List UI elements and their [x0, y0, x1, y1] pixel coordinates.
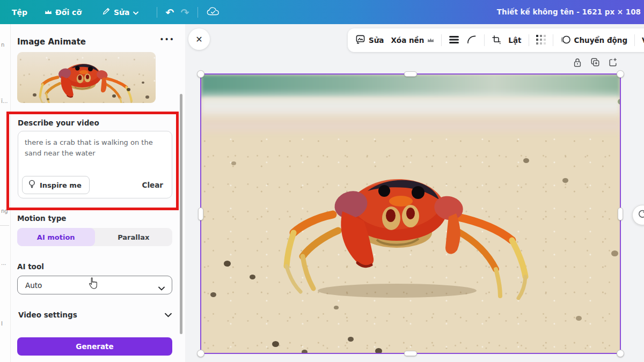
dots-menu-icon: ••• — [159, 35, 174, 43]
resize-handle-top-right[interactable] — [617, 70, 624, 78]
cloud-sync-button[interactable] — [207, 6, 219, 18]
toolbar-divider — [634, 34, 635, 46]
rail-item-fragment[interactable]: n — [1, 42, 4, 48]
debris-specks — [17, 52, 20, 54]
image-preview-thumbnail — [17, 52, 156, 103]
undo-icon: ↶ — [166, 6, 174, 18]
resize-handle-right[interactable] — [618, 208, 623, 220]
toolbar-divider — [441, 34, 442, 46]
edit-image-button[interactable]: Sửa — [355, 34, 384, 46]
edit-image-label: Sửa — [369, 36, 384, 45]
wet-sand — [201, 115, 620, 136]
transparency-checker-icon — [536, 35, 546, 46]
rail-item-fragment[interactable]: ng — [1, 208, 8, 214]
close-icon: ✕ — [195, 34, 202, 45]
position-label: Vị trí — [642, 36, 644, 45]
toolbar-divider — [529, 34, 529, 46]
panel-scrollbar[interactable] — [180, 94, 182, 334]
adjust-lines-icon — [449, 35, 459, 46]
motion-type-segmented-control: AI motion Parallax — [17, 228, 172, 246]
beach-photo — [201, 75, 620, 353]
prompt-textarea[interactable]: there is a crab that is walking on the s… — [25, 137, 165, 159]
toolbar-divider — [157, 7, 157, 18]
resize-handle-top-left[interactable] — [197, 70, 204, 78]
motion-type-label: Motion type — [17, 214, 66, 223]
curve-button[interactable] — [466, 35, 477, 46]
redo-icon: ↷ — [180, 6, 189, 18]
rail-item-fragment[interactable]: ... — [1, 260, 6, 266]
close-panel-button[interactable]: ✕ — [188, 28, 210, 50]
canvas-page-image[interactable] — [200, 73, 621, 354]
video-settings-toggle[interactable]: Video settings — [18, 309, 172, 320]
add-page-button[interactable] — [608, 57, 618, 70]
toolbar-divider — [484, 34, 485, 46]
edit-image-icon — [355, 34, 365, 46]
rail-divider — [0, 225, 9, 226]
resize-handle-bottom-left[interactable] — [197, 350, 204, 357]
describe-video-label: Describe your video — [18, 119, 99, 127]
pencil-icon — [102, 7, 111, 17]
panel-title: Image Animate — [17, 37, 86, 47]
more-options-button[interactable]: ••• — [159, 35, 174, 43]
tab-parallax[interactable]: Parallax — [95, 228, 173, 246]
side-rail: n ĩ... ng ... I — [0, 24, 11, 362]
generate-button[interactable]: Generate — [17, 337, 172, 356]
lightbulb-icon — [28, 180, 36, 190]
edit-menu-button[interactable]: Sửa — [102, 7, 138, 17]
lock-button[interactable] — [573, 57, 582, 70]
resize-handle-bottom-right[interactable] — [617, 350, 624, 357]
chevron-down-icon — [133, 8, 138, 17]
flip-label: Lật — [508, 36, 521, 45]
toolbar-divider — [197, 7, 198, 18]
transparency-button[interactable] — [536, 35, 546, 46]
animate-button[interactable]: Chuyển động — [560, 34, 628, 47]
image-context-toolbar: Sửa Xóa nền Lật — [348, 28, 644, 52]
canva-app: Tệp Đổi cỡ Sửa ↶ ↷ Thiết kế không tên - … — [0, 0, 644, 362]
inspire-me-button[interactable]: Inspire me — [22, 176, 90, 194]
ai-tool-selected-value: Auto — [25, 281, 42, 290]
file-menu-button[interactable]: Tệp — [12, 8, 27, 17]
tab-ai-motion[interactable]: AI motion — [17, 228, 95, 246]
rail-item-fragment[interactable]: I — [1, 321, 3, 327]
canvas-workspace: ✕ Sửa Xóa nền Lật — [185, 24, 644, 362]
crab-illustration — [269, 151, 543, 307]
inspire-me-label: Inspire me — [40, 181, 82, 189]
crop-button[interactable] — [492, 35, 501, 46]
chevron-down-icon — [165, 309, 172, 320]
top-bar: Tệp Đổi cỡ Sửa ↶ ↷ Thiết kế không tên - … — [0, 0, 644, 24]
video-settings-label: Video settings — [18, 311, 77, 319]
element-quick-actions — [573, 57, 618, 70]
edit-menu-label: Sửa — [114, 8, 130, 17]
animate-circles-icon — [560, 34, 571, 47]
arc-icon — [466, 35, 477, 46]
crop-icon — [492, 35, 501, 46]
remove-background-label: Xóa nền — [391, 36, 424, 45]
animate-label: Chuyển động — [574, 36, 628, 45]
crown-icon — [427, 36, 434, 45]
design-title[interactable]: Thiết kế không tên - 1621 px × 108 — [497, 8, 641, 16]
position-button[interactable]: Vị trí — [642, 36, 644, 45]
resize-button[interactable]: Đổi cỡ — [45, 8, 82, 17]
adjust-button[interactable] — [449, 35, 459, 46]
toolbar-divider — [553, 34, 553, 46]
crab-illustration — [33, 53, 138, 103]
redo-button[interactable]: ↷ — [180, 6, 189, 18]
cloud-check-icon — [207, 6, 219, 18]
chevron-down-icon — [158, 283, 165, 293]
resize-handle-left[interactable] — [198, 208, 203, 220]
remove-background-button[interactable]: Xóa nền — [391, 36, 434, 45]
prompt-container: there is a crab that is walking on the s… — [18, 131, 172, 198]
clear-button[interactable]: Clear — [142, 181, 163, 189]
ai-tool-dropdown[interactable]: Auto — [17, 276, 172, 294]
duplicate-button[interactable] — [590, 57, 600, 70]
image-animate-panel: Image Animate ••• Describe your video th… — [11, 24, 185, 362]
ai-tool-label: AI tool — [17, 262, 44, 271]
file-menu-label: Tệp — [12, 8, 27, 17]
rotate-button[interactable] — [632, 205, 644, 225]
flip-button[interactable]: Lật — [508, 36, 521, 45]
resize-handle-top[interactable] — [404, 71, 417, 77]
crown-icon — [45, 8, 52, 17]
rail-item-fragment[interactable]: ĩ... — [1, 98, 8, 104]
undo-button[interactable]: ↶ — [166, 6, 174, 18]
resize-handle-bottom[interactable] — [404, 351, 417, 356]
